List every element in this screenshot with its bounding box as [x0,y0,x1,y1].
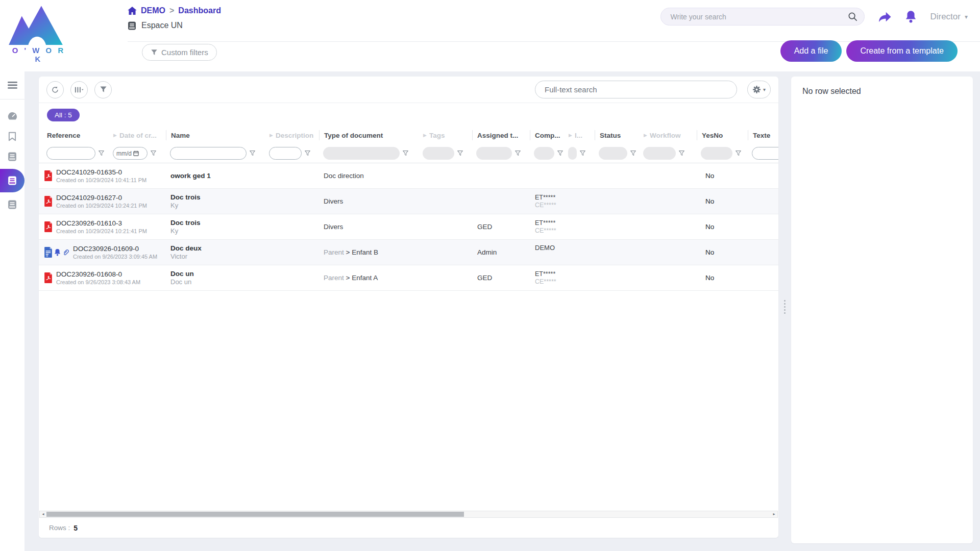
pdf-file-icon [44,196,53,207]
filter-button[interactable] [94,81,112,98]
gauge-icon [8,111,17,121]
row-name-sub: Victor [170,253,265,260]
filter-funnel-icon[interactable] [457,150,463,157]
table-footer: Rows : 5 [39,518,778,538]
table-row[interactable]: w DOC230926-01609-0Created on 9/26/2023 … [39,240,778,265]
column-expand-icon: ▶ [644,133,647,138]
filter-workflow-disabled [643,147,676,160]
col-header-status[interactable]: Status [595,130,639,140]
top-bar: O ' W O R K DEMO > Dashboard Espace UN C… [0,0,980,71]
filter-funnel-icon[interactable] [514,150,521,157]
share-forward-icon[interactable] [878,11,892,23]
sidebar-item-space-3[interactable] [0,194,24,215]
user-role-menu[interactable]: Director ▾ [930,12,968,22]
filter-funnel-icon[interactable] [304,150,311,157]
row-name: owork ged 1 [170,172,265,180]
table-filter-row: mm/d [39,144,778,163]
sidebar-item-bookmarks[interactable] [0,126,24,146]
filter-tags-disabled [423,147,454,160]
filter-funnel-icon[interactable] [630,150,636,157]
home-icon[interactable] [128,7,137,15]
global-search-input[interactable] [660,8,865,26]
custom-filters-button[interactable]: Custom filters [142,44,217,61]
row-reference: DOC241029-01635-0 [56,168,146,176]
col-header-texte[interactable]: Texte [748,130,778,140]
brand-name: O ' W O R K [7,46,70,63]
row-name-sub: Ky [170,202,265,209]
col-header-i[interactable]: ▶I... [564,130,595,140]
col-header-assigned-to[interactable]: Assigned t... [472,130,530,140]
scrollbar-track[interactable] [46,511,771,517]
scroll-right-icon[interactable]: ▸ [771,511,777,517]
table-row[interactable]: DOC230926-01610-3Created on 10/29/2024 1… [39,214,778,240]
filter-yesno-disabled [701,147,732,160]
filter-company-disabled [534,147,554,160]
filter-name-input[interactable] [170,147,247,160]
horizontal-scrollbar[interactable]: ◂ ▸ [39,511,778,518]
add-file-button[interactable]: Add a file [780,40,842,62]
fulltext-search-input[interactable] [535,81,737,98]
filter-i-disabled [568,147,577,160]
col-header-company[interactable]: Comp... [530,130,564,140]
space-label: Espace UN [141,21,183,30]
row-name-sub: Doc un [170,278,265,286]
breadcrumb-home[interactable]: DEMO [141,6,165,15]
filter-funnel-icon[interactable] [98,150,105,157]
panel-resize-handle[interactable] [783,300,786,314]
sidebar-item-dashboard[interactable] [0,106,24,126]
funnel-icon [151,49,158,56]
journal-icon [8,200,17,209]
row-name-sub: Ky [170,227,265,235]
row-company [530,176,595,176]
search-icon[interactable] [848,12,857,21]
filter-funnel-icon[interactable] [249,150,256,157]
notifications-bell-icon[interactable] [905,10,917,23]
filter-texte-input[interactable] [752,147,778,160]
filter-funnel-icon[interactable] [150,150,157,157]
journal-icon [8,176,17,185]
table-settings-button[interactable]: ▾ [747,81,771,98]
col-header-reference[interactable]: Reference [39,130,109,140]
breadcrumb-current[interactable]: Dashboard [178,6,221,15]
col-header-description[interactable]: ▶Description [265,130,319,140]
refresh-button[interactable] [46,81,64,98]
row-yesno: No [697,223,748,231]
refresh-icon [51,86,59,94]
row-assigned: GED [472,274,530,282]
global-search [660,8,865,26]
columns-button[interactable] [70,81,88,98]
filter-funnel-icon[interactable] [557,150,564,157]
table-row[interactable]: DOC241029-01635-0Created on 10/29/2024 1… [39,163,778,189]
col-header-type-of-document[interactable]: Type of document [319,130,419,140]
sidebar-toggle-button[interactable] [0,76,24,95]
filter-description-input[interactable] [269,147,302,160]
scrollbar-thumb[interactable] [46,512,464,517]
no-row-selected-text: No row selected [802,87,861,95]
table-row[interactable]: DOC230926-01608-0Created on 9/26/2023 3:… [39,265,778,291]
filter-funnel-icon[interactable] [735,150,742,157]
tab-all-count[interactable]: All : 5 [47,109,80,121]
filter-funnel-icon[interactable] [579,150,586,157]
create-from-template-button[interactable]: Create from a template [846,40,958,62]
filter-reference-input[interactable] [46,147,95,160]
sidebar-item-space-1[interactable] [0,146,24,167]
filter-funnel-icon[interactable] [402,150,409,157]
row-created-date: Created on 9/26/2023 3:08:43 AM [56,279,140,285]
scroll-left-icon[interactable]: ◂ [40,511,46,517]
filter-funnel-icon[interactable] [678,150,685,157]
col-header-workflow[interactable]: ▶Workflow [639,130,697,140]
table-row[interactable]: DOC241029-01627-0Created on 10/29/2024 1… [39,189,778,214]
app-logo[interactable]: O ' W O R K [7,3,70,63]
col-header-name[interactable]: Name [166,130,265,140]
row-yesno: No [697,274,748,282]
row-yesno: No [697,248,748,256]
col-header-tags[interactable]: ▶Tags [419,130,472,140]
sidebar-item-space-2-active[interactable] [0,169,24,192]
col-header-date-of-creation[interactable]: ▶Date of cr... [109,130,166,140]
col-header-yesno[interactable]: YesNo [697,130,748,140]
gear-icon [752,85,761,94]
chevron-down-icon: ▾ [763,87,766,92]
breadcrumb-separator: > [169,6,174,15]
column-expand-icon: ▶ [270,133,273,138]
filter-date-input[interactable]: mm/d [113,147,148,160]
